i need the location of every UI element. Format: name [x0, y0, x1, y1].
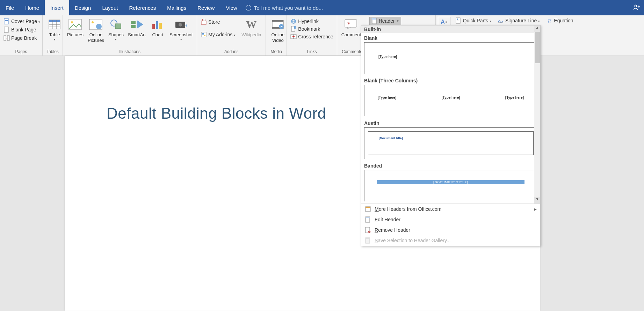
shapes-button[interactable]: Shapes	[106, 17, 126, 42]
scroll-thumb[interactable]	[535, 32, 540, 63]
wikipedia-label: Wikipedia	[241, 32, 261, 38]
svg-point-16	[71, 21, 73, 23]
pictures-label: Pictures	[67, 32, 84, 38]
svg-rect-5	[4, 27, 8, 32]
table-label: Table	[49, 32, 60, 38]
group-links-label: Links	[287, 49, 337, 55]
gallery-item-banded[interactable]: [DOCUMENT TITLE]	[364, 170, 537, 201]
header-icon	[372, 18, 377, 24]
tell-me-placeholder: Tell me what you want to do...	[254, 5, 323, 11]
save-to-gallery-icon	[365, 237, 371, 244]
edit-header-button[interactable]: Edit Header	[361, 214, 540, 225]
blank-page-button[interactable]: Blank Page	[2, 26, 42, 34]
quick-parts-label: Quick Parts	[463, 18, 488, 23]
online-pictures-label-1: Online	[89, 32, 103, 38]
quick-parts-icon	[455, 17, 462, 24]
group-illustrations: Pictures Online Pictures Shapes SmartArt…	[63, 15, 197, 55]
tab-references[interactable]: References	[123, 0, 161, 15]
online-video-label-2: Video	[272, 38, 284, 43]
screenshot-icon: +	[174, 17, 188, 31]
signature-line-button[interactable]: Signature Line	[496, 17, 541, 24]
wikipedia-button[interactable]: W Wikipedia	[239, 17, 263, 38]
quick-parts-button[interactable]: Quick Parts	[454, 17, 493, 24]
scroll-down-button[interactable]: ▼	[534, 197, 540, 203]
svg-rect-59	[366, 217, 370, 218]
group-illustrations-label: Illustrations	[63, 49, 197, 55]
tab-design[interactable]: Design	[69, 0, 97, 15]
more-headers-button[interactable]: More Headers from Office.com ▶	[361, 204, 540, 214]
gallery-item-blank[interactable]: [Type here]	[364, 42, 537, 74]
gallery-item-austin[interactable]: [Document title]	[364, 127, 537, 159]
group-addins: Store My Add-ins W Wikipedia Add-ins	[197, 15, 266, 55]
header-dropdown-button[interactable]: Header	[369, 17, 401, 25]
share-icon[interactable]	[631, 2, 642, 13]
tab-home[interactable]: Home	[20, 0, 45, 15]
comment-button[interactable]: ✶ Comment	[339, 17, 363, 38]
gallery-section-builtin: Built-in	[361, 25, 540, 33]
my-addins-icon	[201, 31, 207, 38]
svg-rect-53	[457, 18, 458, 20]
more-headers-label: More Headers from Office.com	[375, 206, 441, 212]
page-break-button[interactable]: Page Break	[2, 34, 42, 42]
gallery-item-blank-three-columns[interactable]: [Type here] [Type here] [Type here]	[364, 85, 537, 116]
cover-page-button[interactable]: Cover Page	[2, 17, 42, 25]
tab-insert[interactable]: Insert	[45, 0, 69, 15]
svg-rect-31	[201, 21, 206, 24]
cross-reference-label: Cross-reference	[298, 34, 333, 39]
svg-rect-64	[366, 238, 370, 239]
svg-rect-4	[5, 20, 8, 21]
pictures-icon	[68, 17, 82, 31]
online-pictures-label-2: Pictures	[88, 38, 104, 43]
hyperlink-button[interactable]: Hyperlink	[289, 17, 334, 25]
tab-review[interactable]: Review	[192, 0, 220, 15]
blank-page-icon	[3, 27, 10, 33]
equation-button[interactable]: π Equation	[545, 17, 574, 24]
document-area: Default Building Blocks in Word	[0, 56, 644, 311]
tab-mailings[interactable]: Mailings	[161, 0, 192, 15]
equation-label: Equation	[554, 18, 573, 23]
header-label: Header	[379, 18, 395, 24]
comment-label: Comment	[341, 32, 361, 38]
smartart-icon	[130, 17, 144, 31]
tab-view[interactable]: View	[220, 0, 243, 15]
gallery-item-austin-title: Austin	[361, 118, 540, 127]
my-addins-button[interactable]: My Add-ins	[199, 31, 237, 38]
svg-rect-25	[152, 24, 155, 29]
shapes-label: Shapes	[108, 32, 124, 38]
scroll-up-button[interactable]: ▲	[534, 25, 540, 32]
gallery-scrollbar[interactable]: ▲ ▼	[534, 25, 540, 203]
tab-file[interactable]: File	[0, 0, 20, 15]
cross-reference-icon	[290, 34, 297, 40]
pictures-button[interactable]: Pictures	[65, 17, 86, 38]
smartart-button[interactable]: SmartArt	[126, 17, 148, 38]
online-pictures-button[interactable]: Online Pictures	[86, 17, 106, 44]
remove-header-button[interactable]: Remove Header	[361, 225, 540, 235]
svg-marker-24	[137, 20, 143, 29]
gallery-item-banded-title: Banded	[361, 161, 540, 170]
screenshot-button[interactable]: + Screenshot	[167, 17, 195, 42]
group-pages-label: Pages	[0, 49, 42, 55]
group-media-label: Media	[266, 49, 287, 55]
svg-rect-22	[131, 21, 136, 24]
tab-layout[interactable]: Layout	[96, 0, 123, 15]
table-button[interactable]: Table	[45, 17, 64, 42]
group-addins-label: Add-ins	[197, 49, 266, 55]
blank-page-label: Blank Page	[11, 27, 36, 32]
cross-reference-button[interactable]: Cross-reference	[289, 33, 334, 40]
cover-page-icon	[3, 18, 10, 24]
svg-point-29	[179, 23, 182, 27]
bookmark-button[interactable]: Bookmark	[289, 25, 334, 33]
svg-point-19	[92, 21, 94, 23]
edit-header-icon	[365, 216, 371, 223]
chart-button[interactable]: Chart	[148, 17, 167, 38]
gallery-item-blank3-title: Blank (Three Columns)	[361, 76, 540, 85]
tell-me-search[interactable]: Tell me what you want to do...	[246, 0, 323, 15]
chart-icon	[151, 17, 165, 31]
store-button[interactable]: Store	[199, 18, 237, 26]
svg-rect-10	[49, 20, 60, 22]
svg-rect-21	[115, 24, 121, 29]
gallery-footer: More Headers from Office.com ▶ Edit Head…	[361, 203, 540, 246]
online-video-button[interactable]: Online Video	[268, 17, 288, 44]
screenshot-label: Screenshot	[169, 32, 193, 38]
hyperlink-icon	[290, 18, 297, 24]
